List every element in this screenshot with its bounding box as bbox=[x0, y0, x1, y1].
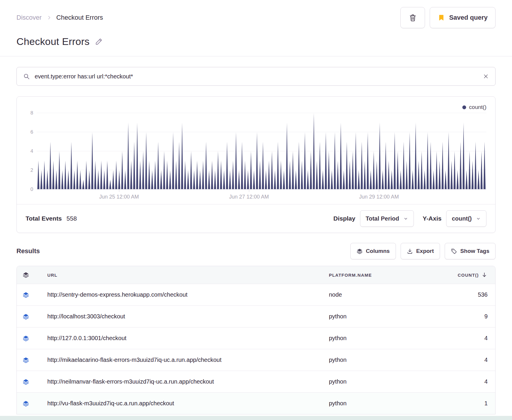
x-axis-tick bbox=[379, 189, 379, 192]
gridline bbox=[37, 151, 486, 151]
chart-bar bbox=[133, 142, 135, 189]
layers-icon bbox=[23, 313, 29, 320]
column-header-platform[interactable]: PLATFORM.NAME bbox=[329, 273, 426, 278]
layers-icon bbox=[23, 357, 29, 363]
x-axis-label: Jun 25 12:00 AM bbox=[99, 194, 139, 200]
count-cell: 9 bbox=[426, 313, 488, 320]
chart-bar bbox=[232, 161, 234, 189]
chart-plot[interactable] bbox=[37, 113, 486, 189]
pencil-icon[interactable] bbox=[95, 38, 103, 46]
url-cell[interactable]: http://neilmanvar-flask-errors-m3uuizd7i… bbox=[39, 378, 329, 385]
columns-button[interactable]: Columns bbox=[350, 243, 396, 259]
row-icon-cell bbox=[23, 357, 39, 363]
url-cell[interactable]: http://vu-flask-m3uuizd7iq-uc.a.run.app/… bbox=[39, 400, 329, 407]
count-cell: 4 bbox=[426, 357, 488, 363]
table-row[interactable]: http://neilmanvar-flask-errors-m3uuizd7i… bbox=[17, 371, 495, 392]
chart-bar bbox=[109, 180, 111, 189]
platform-cell: python bbox=[329, 335, 426, 342]
total-events-label: Total Events bbox=[26, 215, 62, 222]
layers-icon bbox=[23, 400, 29, 407]
chart-bar bbox=[295, 170, 297, 189]
chart-bar bbox=[229, 170, 231, 189]
chart-bar bbox=[190, 151, 192, 189]
chart-bar bbox=[474, 142, 476, 189]
tag-icon bbox=[451, 248, 457, 254]
chart-bar bbox=[456, 170, 459, 189]
chart-bar bbox=[214, 170, 216, 189]
url-cell[interactable]: http://localhost:3003/checkout bbox=[39, 313, 329, 320]
show-tags-button[interactable]: Show Tags bbox=[445, 243, 496, 259]
chart-bar bbox=[262, 142, 264, 189]
url-cell[interactable]: http://mikaelacarino-flask-errors-m3uuiz… bbox=[39, 357, 329, 363]
chart-bar bbox=[370, 170, 372, 189]
table-row[interactable]: http://localhost:3003/checkout python 9 bbox=[17, 305, 495, 327]
export-button[interactable]: Export bbox=[401, 243, 440, 259]
chart-bar bbox=[445, 170, 447, 189]
column-header-count[interactable]: COUNT() bbox=[426, 272, 488, 278]
delete-query-button[interactable] bbox=[400, 7, 425, 28]
chart-bar bbox=[337, 161, 339, 189]
column-header-url[interactable]: URL bbox=[39, 273, 329, 278]
chart-bar bbox=[373, 151, 375, 189]
chevron-down-icon bbox=[476, 216, 481, 221]
chart-bar bbox=[148, 161, 150, 189]
saved-query-button[interactable]: Saved query bbox=[430, 7, 496, 28]
y-axis-label: 6 bbox=[31, 129, 33, 135]
chart-bar bbox=[403, 142, 405, 189]
table-row[interactable]: http://mikaelacarino-flask-errors-m3uuiz… bbox=[17, 349, 495, 371]
table-row[interactable]: http://127.0.0.1:3001/checkout python 4 bbox=[17, 327, 495, 349]
chart-bar bbox=[172, 132, 174, 189]
row-icon-cell bbox=[23, 379, 39, 385]
platform-cell: python bbox=[329, 378, 426, 385]
chart-bar bbox=[271, 151, 273, 189]
chart-bar bbox=[426, 132, 429, 189]
chart-bar bbox=[307, 170, 309, 189]
chart-bar bbox=[94, 161, 96, 189]
chart-bar bbox=[292, 151, 294, 189]
chart-bar bbox=[441, 142, 444, 189]
chart-bar bbox=[469, 151, 471, 189]
chart-bar bbox=[286, 122, 288, 189]
chart-bar bbox=[382, 170, 384, 189]
search-input[interactable] bbox=[35, 73, 478, 80]
table-row[interactable]: http://vu-flask-m3uuizd7iq-uc.a.run.app/… bbox=[17, 392, 495, 414]
chart-bar bbox=[187, 170, 189, 189]
url-cell[interactable]: http://sentry-demos-express.herokuapp.co… bbox=[39, 291, 329, 298]
chart-bar bbox=[193, 170, 195, 189]
chart-bar bbox=[43, 161, 45, 189]
chart-bar bbox=[100, 161, 102, 189]
chart-bar bbox=[112, 170, 114, 189]
show-tags-button-label: Show Tags bbox=[460, 248, 489, 254]
breadcrumb-discover[interactable]: Discover bbox=[16, 14, 42, 21]
chart-bar bbox=[241, 142, 243, 189]
y-axis-select[interactable]: count() bbox=[446, 210, 486, 227]
chart-bar bbox=[313, 113, 315, 189]
breadcrumb: Discover Checkout Errors bbox=[16, 14, 103, 21]
chart-bar bbox=[433, 170, 435, 189]
chart-bar bbox=[196, 161, 198, 189]
chart-bar bbox=[64, 161, 66, 189]
url-cell[interactable]: http://127.0.0.1:3001/checkout bbox=[39, 335, 329, 342]
chart-bar bbox=[268, 161, 270, 189]
chart-bar bbox=[283, 170, 285, 189]
chart-bar bbox=[136, 122, 138, 189]
chart-bar bbox=[274, 170, 276, 189]
chart-bar bbox=[331, 170, 333, 189]
chart-bar bbox=[115, 161, 117, 189]
chart-bar bbox=[154, 161, 156, 189]
chart-legend[interactable]: count() bbox=[26, 104, 486, 111]
chart-bar bbox=[385, 142, 387, 189]
chart-bar bbox=[238, 170, 240, 189]
chart-bar bbox=[436, 151, 438, 189]
count-cell: 1 bbox=[426, 400, 488, 407]
y-axis-label: 4 bbox=[31, 148, 33, 154]
display-label: Display bbox=[333, 215, 355, 222]
chart-bar bbox=[253, 170, 255, 189]
x-axis-tick bbox=[119, 189, 119, 192]
chart-bar bbox=[211, 161, 213, 189]
display-select[interactable]: Total Period bbox=[360, 210, 414, 227]
table-row[interactable]: http://sentry-demos-express.herokuapp.co… bbox=[17, 284, 495, 305]
chart-bar bbox=[145, 132, 147, 189]
close-icon[interactable] bbox=[483, 73, 489, 79]
chart-bar bbox=[409, 132, 411, 189]
